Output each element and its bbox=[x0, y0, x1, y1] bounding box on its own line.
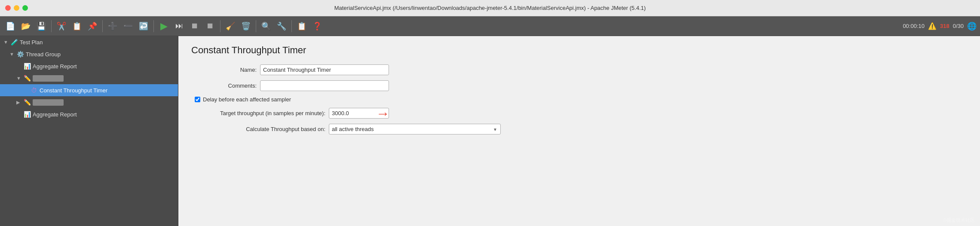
main-layout: ▼ 🧪 Test Plan ▼ ⚙️ Thread Group 📊 Aggreg… bbox=[0, 36, 980, 226]
aggregate-report-2-label: Aggregate Report bbox=[33, 111, 77, 118]
separator-6 bbox=[291, 20, 292, 32]
templates-button[interactable]: 📋 bbox=[295, 19, 309, 33]
constant-throughput-timer-icon: ⏱ bbox=[30, 86, 38, 94]
separator-1 bbox=[51, 20, 52, 32]
sidebar-item-blurred-2[interactable]: ▶ ✏️ bbox=[0, 96, 178, 108]
expand-arrow-agg1 bbox=[16, 64, 21, 69]
window-controls[interactable] bbox=[5, 5, 28, 11]
remove-button[interactable]: ➖ bbox=[121, 19, 135, 33]
stop-button[interactable]: ⏹ bbox=[188, 19, 202, 33]
open-button[interactable]: 📂 bbox=[19, 19, 33, 33]
name-row: Name: bbox=[191, 64, 967, 75]
separator-5 bbox=[256, 20, 256, 32]
throughput-row: Target throughput (in samples per minute… bbox=[191, 108, 967, 119]
comments-row: Comments: bbox=[191, 80, 967, 91]
ok-count: 0/30 bbox=[953, 23, 964, 29]
remote-button[interactable]: 🔧 bbox=[275, 19, 288, 33]
aggregate-report-1-label: Aggregate Report bbox=[33, 63, 77, 70]
calculate-select-wrapper: all active threads all active threads in… bbox=[329, 124, 501, 134]
sidebar-item-blurred-1[interactable]: ▼ ✏️ bbox=[0, 72, 178, 84]
window-title: MaterialServiceApi.jmx (/Users/linwentao… bbox=[334, 5, 646, 11]
toolbar-right: 00:00:10 ⚠️ 318 0/30 🌐 bbox=[903, 21, 977, 31]
revert-button[interactable]: ↩️ bbox=[137, 19, 150, 33]
thread-group-label: Thread Group bbox=[26, 51, 61, 58]
thread-group-icon: ⚙️ bbox=[16, 50, 24, 58]
separator-2 bbox=[102, 20, 103, 32]
calculate-row: Calculate Throughput based on: all activ… bbox=[191, 124, 967, 134]
copy-button[interactable]: 📋 bbox=[70, 19, 84, 33]
run-button[interactable]: ▶ bbox=[157, 19, 171, 33]
expand-arrow-agg2 bbox=[16, 112, 21, 117]
name-label: Name: bbox=[191, 67, 260, 73]
sidebar-item-constant-throughput-timer[interactable]: ⏱ Constant Throughput Timer bbox=[0, 84, 178, 96]
clear-all-button[interactable]: 🗑️ bbox=[239, 19, 253, 33]
name-input[interactable] bbox=[260, 64, 389, 75]
paste-button[interactable]: 📌 bbox=[86, 19, 99, 33]
error-count: 318 bbox=[940, 23, 949, 29]
blurred-1-icon: ✏️ bbox=[23, 74, 31, 82]
calculate-select[interactable]: all active threads all active threads in… bbox=[329, 124, 501, 134]
comments-input[interactable] bbox=[260, 80, 389, 91]
title-bar: MaterialServiceApi.jmx (/Users/linwentao… bbox=[0, 0, 980, 16]
sidebar-item-test-plan[interactable]: ▼ 🧪 Test Plan bbox=[0, 36, 178, 48]
globe-icon[interactable]: 🌐 bbox=[967, 21, 977, 31]
sidebar-item-aggregate-report-2[interactable]: 📊 Aggregate Report bbox=[0, 108, 178, 120]
clear-button[interactable]: 🧹 bbox=[224, 19, 237, 33]
panel-title: Constant Throughput Timer bbox=[191, 45, 967, 56]
blurred-2-label bbox=[33, 99, 64, 106]
watermark: ©掘金技术社区 bbox=[943, 217, 975, 223]
separator-4 bbox=[220, 20, 220, 32]
constant-throughput-timer-label: Constant Throughput Timer bbox=[40, 87, 107, 94]
expand-arrow-ctt bbox=[23, 88, 28, 93]
stop-now-button[interactable]: ⏹ bbox=[203, 19, 217, 33]
sidebar-item-thread-group[interactable]: ▼ ⚙️ Thread Group bbox=[0, 48, 178, 60]
close-button[interactable] bbox=[5, 5, 11, 11]
sidebar-item-aggregate-report-1[interactable]: 📊 Aggregate Report bbox=[0, 60, 178, 72]
expand-arrow-blurred2: ▶ bbox=[16, 100, 21, 105]
throughput-label: Target throughput (in samples per minute… bbox=[191, 110, 329, 116]
checkbox-label: Delay before each affected sampler bbox=[203, 96, 291, 103]
save-button[interactable]: 💾 bbox=[34, 19, 48, 33]
add-button[interactable]: ➕ bbox=[106, 19, 119, 33]
expand-arrow-blurred1: ▼ bbox=[16, 76, 21, 81]
calculate-label: Calculate Throughput based on: bbox=[191, 126, 329, 132]
test-plan-label: Test Plan bbox=[20, 39, 43, 46]
minimize-button[interactable] bbox=[14, 5, 19, 11]
toolbar: 📄 📂 💾 ✂️ 📋 📌 ➕ ➖ ↩️ ▶ ⏭ ⏹ ⏹ 🧹 🗑️ 🔍 🔧 📋 ❓… bbox=[0, 16, 980, 36]
help-button[interactable]: ❓ bbox=[310, 19, 324, 33]
run-all-button[interactable]: ⏭ bbox=[172, 19, 186, 33]
red-arrow: ← bbox=[376, 106, 390, 122]
expand-arrow-thread: ▼ bbox=[9, 52, 15, 57]
checkbox-row: Delay before each affected sampler bbox=[191, 96, 967, 103]
delay-checkbox[interactable] bbox=[195, 97, 200, 102]
comments-label: Comments: bbox=[191, 82, 260, 89]
cut-button[interactable]: ✂️ bbox=[55, 19, 68, 33]
content-panel: Constant Throughput Timer Name: Comments… bbox=[178, 36, 980, 226]
expand-arrow: ▼ bbox=[3, 40, 9, 45]
search-button[interactable]: 🔍 bbox=[259, 19, 273, 33]
blurred-2-icon: ✏️ bbox=[23, 98, 31, 106]
sidebar: ▼ 🧪 Test Plan ▼ ⚙️ Thread Group 📊 Aggreg… bbox=[0, 36, 178, 226]
blurred-1-label bbox=[33, 75, 64, 82]
aggregate-report-2-icon: 📊 bbox=[23, 110, 31, 118]
aggregate-report-1-icon: 📊 bbox=[23, 62, 31, 70]
separator-3 bbox=[153, 20, 154, 32]
elapsed-timer: 00:00:10 bbox=[903, 23, 925, 29]
new-button[interactable]: 📄 bbox=[3, 19, 17, 33]
warning-icon: ⚠️ bbox=[928, 22, 937, 30]
test-plan-icon: 🧪 bbox=[10, 38, 18, 46]
maximize-button[interactable] bbox=[22, 5, 28, 11]
